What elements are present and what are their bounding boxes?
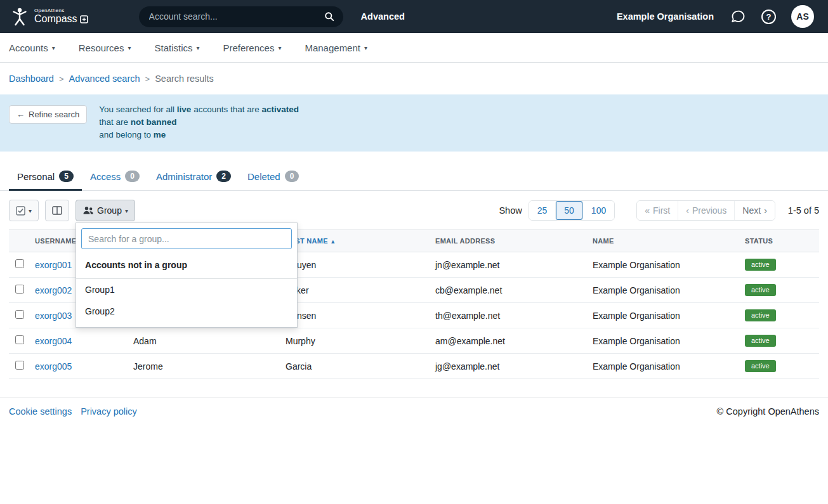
column-settings-button[interactable] <box>45 200 69 221</box>
row-checkbox[interactable] <box>15 310 24 319</box>
name-cell: Example Organisation <box>588 303 740 328</box>
nav-preferences-label: Preferences <box>223 42 275 53</box>
tab-deleted[interactable]: Deleted 0 <box>239 164 307 191</box>
nav-management-label: Management <box>305 42 360 53</box>
header-name[interactable]: NAME <box>588 230 740 252</box>
nav-accounts[interactable]: Accounts ▾ <box>9 42 55 53</box>
toolbar: ▾ Group ▾ Accounts not in a group Group1 <box>0 200 828 221</box>
account-search-input[interactable] <box>149 11 319 22</box>
plus-box-icon <box>80 15 88 23</box>
username-link[interactable]: exorg001 <box>35 260 72 270</box>
first-page-button[interactable]: « First <box>637 201 678 220</box>
email-cell: jg@example.net <box>430 354 588 379</box>
previous-page-button[interactable]: ‹ Previous <box>678 201 734 220</box>
last-name-cell: Hansen <box>280 303 430 328</box>
columns-icon <box>52 206 62 215</box>
refine-banner: ← Refine search You searched for all liv… <box>0 94 828 152</box>
username-link[interactable]: exorg005 <box>35 361 72 372</box>
top-header: OpenAthens Compass Advanced Example Orga… <box>0 0 828 33</box>
breadcrumb-separator: > <box>145 74 150 84</box>
row-checkbox[interactable] <box>15 335 24 344</box>
page-footer: Cookie settings Privacy policy © Copyrig… <box>0 397 828 425</box>
row-checkbox[interactable] <box>15 259 24 268</box>
name-cell: Example Organisation <box>588 278 740 303</box>
row-checkbox[interactable] <box>15 285 24 294</box>
name-cell: Example Organisation <box>588 252 740 278</box>
username-link[interactable]: exorg004 <box>35 336 72 346</box>
help-button[interactable]: ? <box>761 10 776 24</box>
breadcrumb-dashboard[interactable]: Dashboard <box>9 74 54 84</box>
header-email[interactable]: EMAIL ADDRESS <box>430 230 588 252</box>
sort-asc-icon: ▲ <box>330 238 336 245</box>
next-page-button[interactable]: Next › <box>734 201 774 220</box>
tab-deleted-count: 0 <box>285 171 299 182</box>
chevron-left-icon: ‹ <box>686 205 689 216</box>
refine-search-button[interactable]: ← Refine search <box>9 105 87 124</box>
email-cell: cb@example.net <box>430 278 588 303</box>
chevrons-left-icon: « <box>645 205 650 216</box>
tab-administrator[interactable]: Administrator 2 <box>148 164 239 191</box>
nav-management[interactable]: Management ▾ <box>305 42 367 53</box>
openathens-logo[interactable]: OpenAthens Compass <box>9 6 88 27</box>
status-badge: active <box>745 259 776 271</box>
search-summary: You searched for all live accounts that … <box>99 103 299 141</box>
tab-access-count: 0 <box>125 171 140 182</box>
dropdown-item-group2[interactable]: Group2 <box>76 300 297 322</box>
select-all-dropdown-button[interactable]: ▾ <box>9 200 39 221</box>
status-badge: active <box>745 360 776 372</box>
username-link[interactable]: exorg003 <box>35 311 72 321</box>
tab-personal-count: 5 <box>59 171 74 182</box>
header-last-name[interactable]: LAST NAME ▲ <box>280 230 430 252</box>
row-checkbox[interactable] <box>15 361 24 370</box>
nav-statistics-label: Statistics <box>154 42 192 53</box>
first-name-cell: Jerome <box>128 354 280 379</box>
breadcrumb-advanced-search[interactable]: Advanced search <box>69 74 140 84</box>
name-cell: Example Organisation <box>588 328 740 354</box>
account-search <box>139 6 343 27</box>
page-size-50[interactable]: 50 <box>555 201 582 220</box>
search-icon <box>324 11 334 22</box>
first-page-label: First <box>653 205 670 216</box>
checkbox-icon <box>16 206 25 216</box>
nav-preferences[interactable]: Preferences ▾ <box>223 42 282 53</box>
tab-personal[interactable]: Personal 5 <box>9 164 82 191</box>
last-name-cell: Garcia <box>280 354 430 379</box>
tab-access[interactable]: Access 0 <box>82 164 148 191</box>
main-nav: Accounts ▾ Resources ▾ Statistics ▾ Pref… <box>0 33 828 63</box>
page-size-25[interactable]: 25 <box>529 201 556 220</box>
page-size-selector: 25 50 100 <box>529 200 615 221</box>
logo-text: OpenAthens Compass <box>34 8 88 24</box>
status-badge: active <box>745 284 776 296</box>
chevron-down-icon: ▾ <box>196 44 199 51</box>
previous-page-label: Previous <box>692 205 726 216</box>
chevron-down-icon: ▾ <box>128 44 131 51</box>
email-cell: am@example.net <box>430 328 588 354</box>
name-cell: Example Organisation <box>588 354 740 379</box>
nav-statistics[interactable]: Statistics ▾ <box>154 42 199 53</box>
show-label: Show <box>499 205 522 216</box>
avatar[interactable]: AS <box>791 5 814 28</box>
messages-button[interactable] <box>730 9 746 24</box>
username-link[interactable]: exorg002 <box>35 285 72 295</box>
nav-resources[interactable]: Resources ▾ <box>79 42 131 53</box>
search-button[interactable] <box>319 9 339 24</box>
group-search-input[interactable] <box>81 228 292 249</box>
header-status[interactable]: STATUS <box>740 230 819 252</box>
openathens-figure-icon <box>9 6 30 27</box>
tab-administrator-label: Administrator <box>156 171 212 182</box>
cookie-settings-link[interactable]: Cookie settings <box>9 406 72 417</box>
page-size-100[interactable]: 100 <box>582 201 614 220</box>
organisation-name: Example Organisation <box>617 11 714 22</box>
dropdown-item-group1[interactable]: Group1 <box>76 279 297 300</box>
advanced-search-link[interactable]: Advanced <box>361 11 405 22</box>
tab-administrator-count: 2 <box>216 171 231 182</box>
breadcrumb: Dashboard > Advanced search > Search res… <box>0 63 828 94</box>
tab-access-label: Access <box>90 171 121 182</box>
first-name-cell: Adam <box>128 328 280 354</box>
next-page-label: Next <box>742 205 761 216</box>
privacy-policy-link[interactable]: Privacy policy <box>81 406 137 417</box>
chevron-down-icon: ▾ <box>278 44 281 51</box>
dropdown-item-no-group[interactable]: Accounts not in a group <box>76 254 297 279</box>
group-filter-button[interactable]: Group ▾ <box>76 200 135 221</box>
email-cell: jn@example.net <box>430 252 588 278</box>
